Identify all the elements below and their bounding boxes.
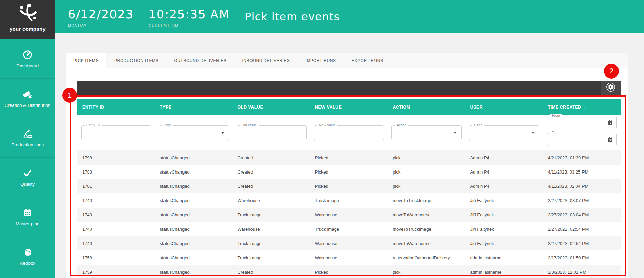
cell-old-value: Created <box>233 269 310 275</box>
dropdown-caret-icon[interactable] <box>453 132 457 134</box>
column-header-entity-id[interactable]: ENTITY ID <box>77 105 155 110</box>
cell-entity-id: 1783 <box>77 169 155 175</box>
table-body: 1798statusChangedCreatedPickedpickAdmin … <box>77 150 621 278</box>
header-time-block: 10:25:35 AM CURRENT TIME <box>149 7 230 28</box>
cell-old-value: Warehouse <box>233 227 310 232</box>
sidebar-item-label: Redbox <box>20 261 36 266</box>
tab-import-runs[interactable]: IMPORT RUNS <box>298 53 344 68</box>
cell-action: reservationOutboundDelivery <box>388 255 465 260</box>
column-header-type[interactable]: TYPE <box>155 105 232 110</box>
cell-user: Admin P4 <box>465 169 543 175</box>
table-row[interactable]: 1740statusChangedWarehouseTruck imagemov… <box>77 193 621 208</box>
sidebar-item-creation-distribution[interactable]: Creation & Distribution <box>0 79 55 118</box>
gear-icon <box>606 82 616 93</box>
header-day: MONDAY <box>68 23 134 28</box>
filter-field-old-value[interactable]: Old value <box>237 125 307 140</box>
sidebar-item-label: Production lines <box>11 142 44 147</box>
cell-old-value: Created <box>233 169 310 175</box>
filter-cell-action: Action <box>388 115 465 150</box>
company-swoosh-logo-icon <box>17 0 38 25</box>
sidebar-item-quality[interactable]: Quality <box>0 158 55 197</box>
cell-type: statusChanged <box>155 184 232 189</box>
cell-old-value: Warehouse <box>233 198 310 203</box>
cell-type: statusChanged <box>155 169 232 175</box>
cell-new-value: Warehouse <box>310 212 388 217</box>
table-toolbar <box>77 81 621 95</box>
cell-time-created: 2/17/2023, 01:50 PM <box>543 255 621 260</box>
sidebar-item-master-plan[interactable]: Master plan <box>0 197 55 236</box>
filter-field-entity-id[interactable]: Entity ID <box>81 125 151 140</box>
company-logo[interactable]: your company <box>0 0 55 39</box>
filter-to-date-input[interactable] <box>547 133 616 146</box>
table-row[interactable]: 1798statusChangedCreatedPickedpickAdmin … <box>77 150 621 165</box>
filter-action-input[interactable] <box>392 126 461 140</box>
tab-export-runs[interactable]: EXPORT RUNS <box>344 53 391 68</box>
filter-field-new-value[interactable]: New value <box>314 125 384 140</box>
cell-entity-id: 1740 <box>77 198 155 203</box>
tab-production-items[interactable]: PRODUCTION ITEMS <box>106 53 166 68</box>
table-row[interactable]: 1740statusChangedTruck imageWarehousemov… <box>77 236 621 250</box>
cell-new-value: Picked <box>310 184 388 189</box>
header-date: 6/12/2023 <box>68 7 134 21</box>
cell-new-value: Warehouse <box>310 255 388 260</box>
column-header-action[interactable]: ACTION <box>388 105 465 110</box>
column-label: OLD VALUE <box>238 105 263 110</box>
tab-inbound-deliveries[interactable]: INBOUND DELIVERIES <box>234 53 297 68</box>
filter-old-value-input[interactable] <box>237 126 306 140</box>
cell-entity-id: 1798 <box>77 155 155 160</box>
checkmark-icon <box>22 168 33 179</box>
column-header-user[interactable]: USER <box>465 105 543 110</box>
filter-field-from-date[interactable]: From <box>547 116 617 129</box>
filter-field-type[interactable]: Type <box>159 125 229 140</box>
dropdown-caret-icon[interactable] <box>221 132 224 134</box>
content-card: ENTITY IDTYPEOLD VALUENEW VALUEACTIONUSE… <box>66 68 628 278</box>
cell-time-created: 4/11/2023, 03:25 PM <box>543 169 621 175</box>
filter-type-input[interactable] <box>159 126 228 140</box>
header-time: 10:25:35 AM <box>149 7 230 21</box>
column-header-new-value[interactable]: NEW VALUE <box>310 105 388 110</box>
calendar-small-icon[interactable] <box>608 120 613 125</box>
table-row[interactable]: 1758statusChangedTruck imageWarehouseres… <box>77 250 621 265</box>
cell-user: Jiří Faltýnek <box>465 198 543 203</box>
cell-time-created: 2/27/2023, 02:54 PM <box>543 241 621 246</box>
box-icon <box>22 247 33 258</box>
cell-user: admin lastname <box>465 255 543 260</box>
table-row[interactable]: 1783statusChangedCreatedPickedpickAdmin … <box>77 165 621 179</box>
cell-new-value: Truck image <box>310 227 388 232</box>
sidebar-item-redbox[interactable]: Redbox <box>0 236 55 276</box>
column-header-time-created[interactable]: TIME CREATED↓ <box>543 104 621 110</box>
tab-pick-items[interactable]: PICK ITEMS <box>66 53 106 68</box>
table-row[interactable]: 1740statusChangedWarehouseTruck imagemov… <box>77 222 621 236</box>
sidebar-item-label: Creation & Distribution <box>4 103 50 108</box>
sidebar-item-dashboard[interactable]: Dashboard <box>0 39 55 79</box>
cell-type: statusChanged <box>155 241 232 246</box>
table-filter-row: Entity IDTypeOld valueNew valueActionUse… <box>77 115 621 150</box>
events-table: ENTITY IDTYPEOLD VALUENEW VALUEACTIONUSE… <box>77 99 621 278</box>
filter-entity-id-input[interactable] <box>82 126 151 140</box>
table-row[interactable]: 1740statusChangedTruck imageWarehousemov… <box>77 208 621 222</box>
cell-old-value: Created <box>233 155 310 160</box>
table-row[interactable]: 1759statusChangedCreatedPickedpickadmin … <box>77 265 621 278</box>
calendar-small-icon[interactable] <box>608 137 613 142</box>
cell-time-created: 2/27/2023, 03:04 PM <box>543 212 621 217</box>
sidebar-item-production-lines[interactable]: Production lines <box>0 118 55 158</box>
filter-from-date-input[interactable] <box>547 116 616 129</box>
filter-user-input[interactable] <box>469 126 539 140</box>
tab-outbound-deliveries[interactable]: OUTBOUND DELIVERIES <box>166 53 234 68</box>
filter-field-user[interactable]: User <box>469 125 539 140</box>
cell-action: pick <box>388 155 465 160</box>
filter-field-action[interactable]: Action <box>391 125 462 140</box>
cell-user: Admin P4 <box>465 155 543 160</box>
column-label: ACTION <box>393 105 410 110</box>
settings-button[interactable] <box>601 81 621 95</box>
ticket-icon <box>22 89 33 100</box>
cell-time-created: 2/27/2023, 03:07 PM <box>543 198 621 203</box>
dropdown-caret-icon[interactable] <box>531 132 535 134</box>
column-header-old-value[interactable]: OLD VALUE <box>233 105 310 110</box>
filter-new-value-input[interactable] <box>314 126 384 140</box>
table-row[interactable]: 1781statusChangedCreatedPickedpickAdmin … <box>77 179 621 193</box>
cell-new-value: Truck image <box>310 198 388 203</box>
filter-field-to-date[interactable]: To <box>547 133 617 146</box>
cell-old-value: Truck image <box>233 255 310 260</box>
cell-new-value: Picked <box>310 155 388 160</box>
